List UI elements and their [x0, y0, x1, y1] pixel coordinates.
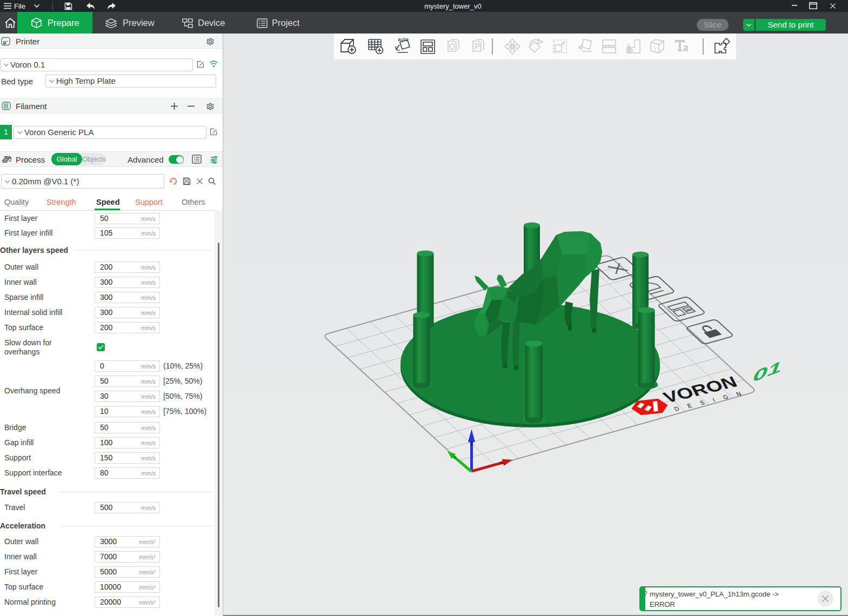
svg-text:01: 01 — [750, 356, 786, 386]
svg-text:AUTO: AUTO — [398, 38, 409, 42]
